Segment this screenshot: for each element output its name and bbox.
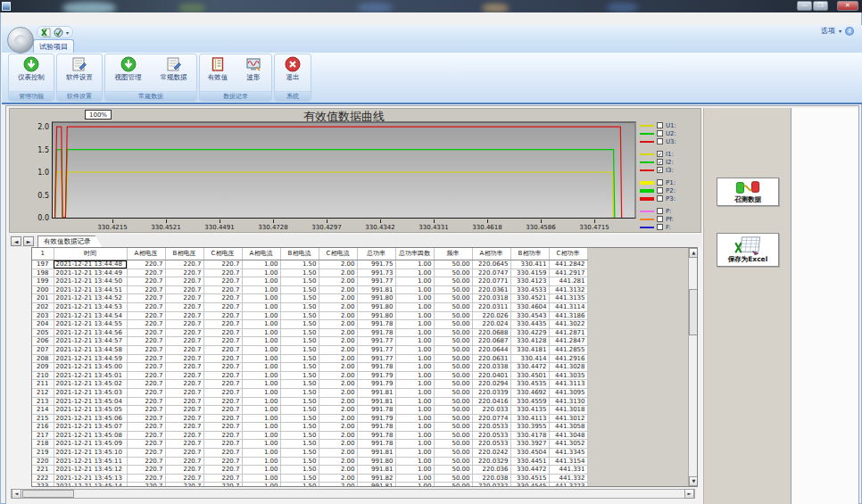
data-cell[interactable]: 220.0747 — [472, 269, 510, 277]
data-cell[interactable]: 1.50 — [280, 371, 319, 380]
data-cell[interactable]: 1.00 — [242, 302, 280, 311]
data-cell[interactable]: 220.7 — [203, 269, 242, 277]
data-cell[interactable]: 220.7 — [203, 431, 242, 440]
column-header[interactable]: A相电压 — [127, 248, 165, 260]
data-cell[interactable]: 1.00 — [242, 320, 280, 329]
ribbon-button[interactable]: 软件设置 — [59, 56, 100, 82]
tab-scroll-right-button[interactable]: ► — [23, 236, 34, 246]
row-number-cell[interactable]: 199 — [32, 277, 54, 286]
data-cell[interactable]: 330.4545 — [510, 483, 549, 487]
data-cell[interactable]: 1.50 — [280, 363, 319, 372]
data-cell[interactable]: 330.4159 — [510, 269, 549, 277]
data-cell[interactable]: 1.00 — [242, 483, 280, 487]
data-cell[interactable]: 441.3130 — [549, 397, 587, 406]
data-cell[interactable]: 1.00 — [395, 440, 434, 449]
data-cell[interactable]: 220.7 — [127, 440, 165, 449]
data-cell[interactable]: 991.81 — [357, 466, 395, 475]
data-cell[interactable]: 220.7 — [203, 337, 242, 346]
data-cell[interactable]: 220.7 — [165, 328, 203, 337]
data-cell[interactable]: 220.7 — [203, 457, 242, 466]
data-cell[interactable]: 220.7 — [203, 345, 242, 354]
data-cell[interactable]: 220.7 — [127, 337, 165, 346]
data-cell[interactable]: 2.00 — [319, 388, 357, 397]
data-cell[interactable]: 1.50 — [280, 440, 319, 449]
vertical-scroll-thumb[interactable] — [689, 289, 698, 335]
data-cell[interactable]: 441.3052 — [549, 440, 587, 449]
data-cell[interactable]: 1.50 — [280, 345, 319, 354]
data-cell[interactable]: 2.00 — [319, 440, 357, 449]
data-cell[interactable]: 2.00 — [319, 406, 357, 415]
data-cell[interactable]: 220.7 — [127, 414, 165, 423]
data-cell[interactable]: 1.00 — [395, 414, 434, 423]
data-cell[interactable]: 441.3114 — [549, 302, 587, 311]
data-cell[interactable]: 1.00 — [242, 354, 280, 363]
data-cell[interactable]: 50.00 — [434, 320, 472, 329]
data-cell[interactable]: 50.00 — [434, 337, 472, 346]
data-cell[interactable]: 2021-12-21 13:45:10 — [54, 449, 127, 458]
data-cell[interactable]: 220.7 — [203, 260, 242, 269]
data-cell[interactable]: 220.033 — [472, 406, 510, 415]
ribbon-button[interactable]: 退出 — [275, 56, 311, 82]
data-cell[interactable]: 2.00 — [319, 337, 357, 346]
data-cell[interactable]: 220.7 — [127, 345, 165, 354]
data-cell[interactable]: 991.80 — [357, 302, 395, 311]
data-cell[interactable]: 50.00 — [434, 474, 472, 483]
legend-checkbox[interactable]: ✓ — [657, 167, 663, 173]
data-cell[interactable]: 330.411 — [510, 260, 549, 269]
data-cell[interactable]: 1.50 — [280, 260, 319, 269]
legend-checkbox[interactable] — [657, 208, 663, 214]
data-cell[interactable]: 330.3955 — [510, 423, 549, 432]
options-button[interactable]: 选项 — [821, 26, 835, 36]
data-cell[interactable]: 2021-12-21 13:45:01 — [54, 371, 127, 380]
data-cell[interactable]: 441.2842 — [549, 260, 587, 269]
data-cell[interactable]: 2021-12-21 13:44:50 — [54, 277, 127, 286]
data-cell[interactable]: 220.7 — [203, 380, 242, 389]
data-cell[interactable]: 220.0361 — [472, 285, 510, 294]
data-cell[interactable]: 1.50 — [280, 354, 319, 363]
data-cell[interactable]: 1.50 — [280, 406, 319, 415]
row-number-cell[interactable]: 210 — [32, 371, 54, 380]
data-cell[interactable]: 220.0533 — [472, 423, 510, 432]
data-cell[interactable]: 220.7 — [165, 260, 203, 269]
legend-checkbox[interactable] — [657, 130, 663, 136]
data-cell[interactable]: 220.7 — [165, 269, 203, 277]
data-cell[interactable]: 50.00 — [434, 371, 472, 380]
data-cell[interactable]: 220.7 — [127, 363, 165, 372]
data-cell[interactable]: 220.7 — [127, 474, 165, 483]
data-cell[interactable]: 1.00 — [242, 311, 280, 320]
data-cell[interactable]: 1.00 — [242, 388, 280, 397]
data-cell[interactable]: 330.4501 — [510, 371, 549, 380]
data-cell[interactable]: 220.7 — [127, 449, 165, 458]
data-cell[interactable]: 991.77 — [357, 345, 395, 354]
data-cell[interactable]: 1.50 — [280, 423, 319, 432]
data-cell[interactable]: 220.7 — [165, 285, 203, 294]
data-cell[interactable]: 991.78 — [357, 363, 395, 372]
data-cell[interactable]: 220.7 — [165, 474, 203, 483]
data-cell[interactable]: 1.50 — [280, 474, 319, 483]
data-cell[interactable]: 1.00 — [395, 328, 434, 337]
data-cell[interactable]: 330.4515 — [510, 474, 549, 483]
column-header[interactable]: B相电流 — [280, 248, 319, 260]
column-header[interactable]: A相电流 — [242, 248, 280, 260]
data-cell[interactable]: 50.00 — [434, 354, 472, 363]
data-cell[interactable]: 2021-12-21 13:44:49 — [54, 269, 127, 277]
data-cell[interactable]: 220.7 — [127, 388, 165, 397]
data-cell[interactable]: 330.4178 — [510, 431, 549, 440]
column-header[interactable]: A相功率 — [472, 248, 510, 260]
data-cell[interactable]: 220.7 — [127, 423, 165, 432]
row-number-cell[interactable]: 207 — [32, 345, 54, 354]
data-cell[interactable]: 220.7 — [165, 337, 203, 346]
data-cell[interactable]: 220.7 — [127, 483, 165, 487]
data-cell[interactable]: 441.281 — [549, 277, 587, 286]
data-cell[interactable]: 50.00 — [434, 328, 472, 337]
data-cell[interactable]: 220.0688 — [472, 328, 510, 337]
data-cell[interactable]: 1.00 — [242, 328, 280, 337]
data-cell[interactable]: 50.00 — [434, 449, 472, 458]
data-cell[interactable]: 2021-12-21 13:44:54 — [54, 311, 127, 320]
data-cell[interactable]: 330.4472 — [510, 466, 549, 475]
data-cell[interactable]: 991.78 — [357, 328, 395, 337]
data-cell[interactable]: 1.00 — [395, 449, 434, 458]
legend-checkbox[interactable] — [657, 122, 663, 128]
data-cell[interactable]: 2.00 — [319, 302, 357, 311]
data-cell[interactable]: 220.7 — [127, 380, 165, 389]
